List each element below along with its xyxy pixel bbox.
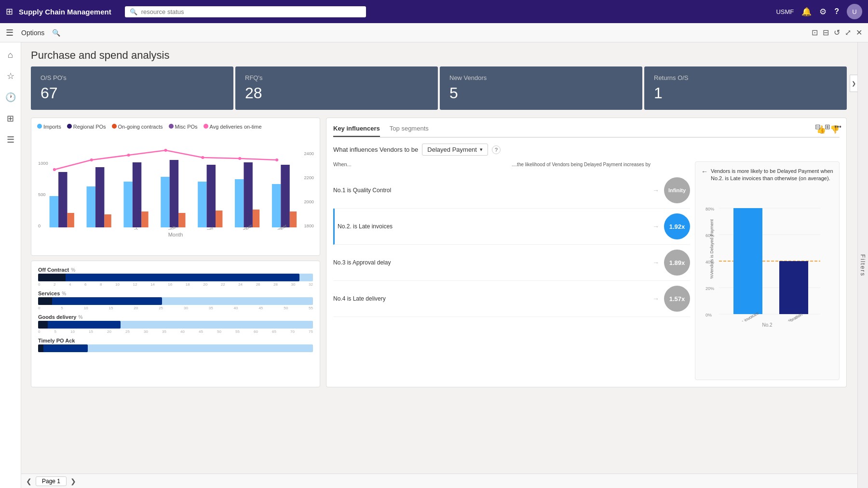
- sidebar-modules[interactable]: ☰: [2, 131, 19, 148]
- grid-toolbar-icon[interactable]: ⊞: [825, 123, 830, 131]
- search-small-icon[interactable]: 🔍: [52, 29, 60, 37]
- header-likelihood: ....the likelihood of Vendors being Dela…: [512, 161, 690, 168]
- bar-sublabel-goods: %: [78, 315, 82, 320]
- chart-legend: Imports Regional POs On-going contracts …: [37, 124, 314, 130]
- settings-icon[interactable]: ⚙: [819, 7, 827, 17]
- bar-label-timely: Timely PO Ack: [38, 338, 75, 343]
- sidebar-recent[interactable]: 🕐: [2, 89, 19, 106]
- legend-imports: Imports: [37, 124, 61, 130]
- svg-text:2200: 2200: [304, 175, 314, 180]
- help-icon[interactable]: ?: [834, 7, 839, 16]
- tab-key-influencers[interactable]: Key influencers: [333, 125, 380, 137]
- sidebar-workspaces[interactable]: ⊞: [2, 110, 19, 127]
- collapse-button[interactable]: ❯: [850, 75, 857, 92]
- back-arrow-icon[interactable]: ←: [701, 168, 708, 175]
- kpi-label-returns: Returns O/S: [654, 74, 837, 81]
- hamburger-menu[interactable]: ☰: [6, 27, 14, 38]
- kpi-value-vendors: 5: [449, 84, 633, 102]
- svg-rect-27: [290, 211, 297, 227]
- search-input[interactable]: [141, 8, 361, 15]
- tab-top-segments[interactable]: Top segments: [390, 125, 429, 137]
- page-tab[interactable]: Page 1: [36, 476, 67, 486]
- influencer-item-3[interactable]: No.3 is Approval delay → 1.89x: [333, 245, 690, 281]
- top-nav-right: USMF 🔔 ⚙ ? U: [776, 4, 862, 19]
- page-label: Page 1: [42, 478, 60, 485]
- influencer-list: When... ....the likelihood of Vendors be…: [333, 161, 690, 380]
- user-label: USMF: [776, 8, 794, 15]
- kpi-label-rfq: RFQ's: [245, 74, 428, 81]
- svg-text:1800: 1800: [304, 224, 314, 228]
- svg-point-32: [201, 156, 204, 159]
- svg-rect-11: [198, 182, 206, 227]
- card-toolbar: ⊟ ⊞ •••: [815, 123, 841, 131]
- charts-container: Imports Regional POs On-going contracts …: [21, 118, 856, 387]
- kpi-value-returns: 1: [654, 84, 837, 102]
- svg-rect-17: [170, 160, 178, 227]
- kpi-value-rfq: 28: [245, 84, 428, 102]
- svg-point-30: [127, 154, 130, 157]
- influencer-item-4[interactable]: No.4 is Late delivery → 1.57x: [333, 281, 690, 317]
- legend-ongoing: On-going contracts: [112, 124, 163, 130]
- influencer-name-2: No.2. is Late invoices: [338, 223, 648, 230]
- influencer-item-2[interactable]: No.2. is Late invoices → 1.92x: [333, 209, 690, 245]
- bar-row-services: Services % 0510152025303540455055: [38, 290, 313, 310]
- svg-rect-21: [68, 213, 74, 227]
- svg-point-28: [53, 168, 56, 171]
- kpi-card-vendors[interactable]: New Vendors 5: [440, 66, 642, 110]
- arrow-icon-3: →: [652, 259, 659, 266]
- toolbar-layout-icon[interactable]: ⊡: [812, 28, 818, 37]
- avatar[interactable]: U: [847, 4, 862, 19]
- bar-fill-timely: [38, 344, 88, 352]
- more-toolbar-icon[interactable]: •••: [834, 123, 841, 131]
- options-button[interactable]: Options: [21, 29, 44, 37]
- page-nav-right[interactable]: ❯: [70, 477, 76, 485]
- sidebar-favorites[interactable]: ☆: [2, 67, 19, 85]
- search-bar[interactable]: 🔍: [125, 6, 366, 17]
- header-when: When...: [333, 161, 512, 168]
- toolbar-view-icon[interactable]: ⊟: [823, 28, 829, 37]
- influencer-body: When... ....the likelihood of Vendors be…: [333, 161, 840, 380]
- dropdown-delayed-payment[interactable]: Delayed Payment ▾: [422, 144, 488, 156]
- kpi-row: O/S PO's 67 RFQ's 28 New Vendors 5 Retur…: [21, 66, 856, 110]
- page-nav-left[interactable]: ❮: [26, 477, 32, 485]
- question-text: What influences Vendors to be: [333, 146, 418, 153]
- kpi-card-returns[interactable]: Returns O/S 1: [644, 66, 847, 110]
- bar-sublabel-services: %: [62, 291, 66, 296]
- svg-text:2400: 2400: [304, 151, 314, 156]
- toolbar-refresh-icon[interactable]: ↺: [834, 28, 840, 37]
- legend-misc: Misc POs: [169, 124, 198, 130]
- svg-rect-7: [50, 196, 58, 227]
- top-nav: ⊞ Supply Chain Management 🔍 USMF 🔔 ⚙ ? U: [0, 0, 868, 23]
- bar-fill-offcontract: [38, 274, 299, 281]
- svg-text:2000: 2000: [304, 199, 314, 204]
- svg-text:1000: 1000: [38, 161, 48, 166]
- toolbar-close-icon[interactable]: ✕: [856, 28, 862, 37]
- bar-sublabel-offcontract: %: [71, 267, 75, 273]
- filter-toolbar-icon[interactable]: ⊟: [815, 123, 821, 131]
- badge-4: 1.57x: [664, 286, 690, 312]
- badge-2: 1.92x: [664, 213, 690, 239]
- svg-rect-24: [178, 213, 185, 227]
- trend-chart-card: Imports Regional POs On-going contracts …: [31, 118, 320, 256]
- kpi-card-rfq[interactable]: RFQ's 28: [235, 66, 438, 110]
- page-title: Purchase and spend analysis: [21, 42, 856, 66]
- filters-panel[interactable]: Filters: [857, 42, 868, 488]
- kpi-card-pos[interactable]: O/S PO's 67: [31, 66, 233, 110]
- main-content: Purchase and spend analysis O/S PO's 67 …: [21, 42, 856, 488]
- influencer-name-3: No.3 is Approval delay: [333, 259, 648, 266]
- notification-icon[interactable]: 🔔: [801, 7, 812, 17]
- toolbar-expand-icon[interactable]: ⤢: [845, 28, 851, 37]
- influencer-item-1[interactable]: No.1 is Quality Control → Infinity: [333, 172, 690, 209]
- legend-regional: Regional POs: [67, 124, 106, 130]
- svg-rect-22: [104, 214, 111, 227]
- influencer-name-4: No.4 is Late delivery: [333, 295, 648, 302]
- svg-rect-55: [779, 261, 808, 314]
- detail-chart-area: 0% 20% 40% 60% 80% %Vendors is Delayed P…: [701, 186, 833, 321]
- search-icon: 🔍: [130, 8, 137, 15]
- help-question-icon[interactable]: ?: [492, 145, 501, 154]
- sidebar-home[interactable]: ⌂: [2, 46, 19, 64]
- grid-apps-icon[interactable]: ⊞: [6, 6, 13, 17]
- badge-3: 1.89x: [664, 250, 690, 276]
- svg-point-34: [275, 158, 278, 161]
- filters-label: Filters: [860, 254, 867, 277]
